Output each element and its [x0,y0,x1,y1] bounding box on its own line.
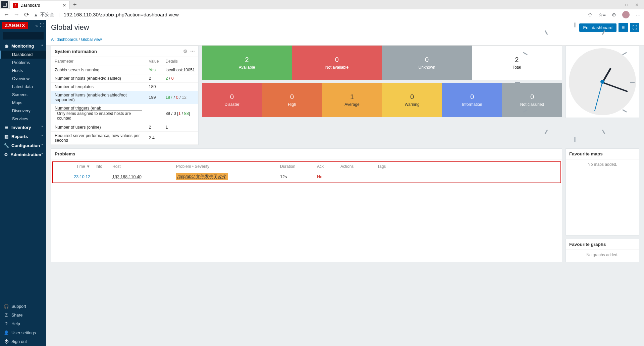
nav-reports[interactable]: ▥ Reports ˅ [0,132,46,141]
nav-configuration[interactable]: 🔧 Configuration ˅ [0,141,46,150]
chart-icon: ▥ [3,134,9,139]
tab-close-icon[interactable]: ✕ [63,3,66,8]
eye-icon: ◉ [3,44,9,49]
nav-screens[interactable]: Screens [0,91,46,99]
nav-discovery[interactable]: Discovery [0,107,46,115]
widget-config-icon[interactable]: ⚙ [183,49,187,54]
sysinfo-title: System information [55,49,97,54]
nav-user-settings[interactable]: 👤User settings [0,328,46,337]
edit-dashboard-button[interactable]: Edit dashboard [579,23,616,32]
problem-actions [338,171,375,183]
reading-list-icon[interactable]: ☆≡ [598,12,606,18]
svg-rect-0 [3,3,6,6]
browser-menu-icon[interactable]: ⋯ [636,12,641,18]
problems-col[interactable]: Duration [277,162,314,171]
zabbix-logo[interactable]: ZABBIX [2,22,28,29]
nav-inventory[interactable]: ≣ Inventory ˅ [0,123,46,132]
problems-panel: Problems Time ▼InfoHostProblem • Severit… [51,148,562,262]
browser-app-icon[interactable] [1,1,8,8]
problems-col[interactable]: Info [93,162,110,171]
expand-icon[interactable]: ⛶ [40,23,44,28]
nav-support[interactable]: 🎧Support [0,302,46,311]
new-tab-button[interactable]: + [73,1,77,8]
problem-ack[interactable]: No [314,171,338,183]
nav-problems[interactable]: Problems [0,59,46,67]
status-tile-not-classified[interactable]: 0Not classified [502,83,562,117]
tile-count: 0 [290,93,294,101]
status-tile-information[interactable]: 0Information [442,83,502,117]
window-close-icon[interactable]: ✕ [635,2,639,7]
address-bar[interactable]: 192.168.110.30/zabbix.php?action=dashboa… [64,12,179,17]
nav-latest-data[interactable]: Latest data [0,83,46,91]
nav-sign-out[interactable]: ⏻Sign out [0,337,46,346]
sysinfo-param: Number of templates [51,83,146,91]
tile-label: High [288,102,296,107]
nav-maps[interactable]: Maps [0,99,46,107]
collapse-sidebar-icon[interactable]: « [36,23,38,28]
sysinfo-param: Zabbix server is running [51,66,146,74]
user-icon: 👤 [3,330,9,335]
problems-col[interactable]: Problem • Severity [173,162,277,171]
problem-time[interactable]: 23:10:12 [53,171,93,183]
breadcrumb: All dashboards / Global view [46,35,644,46]
sidebar-search[interactable]: 🔍 [3,32,44,40]
tile-label: Warning [405,102,419,107]
problems-col[interactable]: Time ▼ [53,162,93,171]
problems-col[interactable]: Tags [375,162,560,171]
favorite-icon[interactable]: ✩ [588,12,592,18]
status-tile-unknown[interactable]: 0Unknown [382,46,472,80]
tile-label: Available [239,65,255,70]
problem-row[interactable]: 23:10:12192.168.110.40/tmp/abc/ 文件发生了改变1… [53,171,560,183]
status-tile-available[interactable]: 2Available [202,46,292,80]
sysinfo-details: 2 / 0 [162,74,198,83]
sysinfo-value: 2 [146,123,162,132]
browser-tab[interactable]: Z Dashboard ✕ [9,1,70,9]
window-minimize-icon[interactable]: ― [614,2,618,7]
status-tiles: 2Available0Not available0Unknown2Total 0… [202,46,562,145]
browser-back-icon[interactable]: ← [3,11,9,18]
nav-services[interactable]: Services [0,115,46,123]
window-maximize-icon[interactable]: □ [626,2,628,7]
chevron-up-icon: ˄ [41,44,43,48]
widget-menu-icon[interactable]: ⋯ [190,49,195,54]
breadcrumb-current[interactable]: Global view [81,37,102,42]
warning-triangle-icon: ▲ [34,12,38,17]
collections-icon[interactable]: ⊕ [612,12,616,18]
dashboard-menu-button[interactable]: ≡ [619,23,628,32]
sysinfo-value: 2.4 [146,132,162,145]
status-tile-disaster[interactable]: 0Disaster [202,83,262,117]
problems-col[interactable]: Host [110,162,173,171]
fullscreen-button[interactable]: ⛶ [630,23,639,32]
problem-host[interactable]: 192.168.110.40 [110,171,173,183]
status-tile-average[interactable]: 1Average [322,83,382,117]
tile-count: 0 [530,93,534,101]
sysinfo-details: 187 / 0 / 12 [162,91,198,104]
gear-icon: ⚙ [3,152,8,157]
nav-monitoring[interactable]: ◉ Monitoring ˄ [0,42,46,51]
nav-overview[interactable]: Overview [0,75,46,83]
nav-dashboard[interactable]: Dashboard [0,51,46,59]
tile-label: Average [344,102,359,107]
tooltip: Only items assigned to enabled hosts are… [55,111,142,121]
problem-severity[interactable]: /tmp/abc/ 文件发生了改变 [173,171,277,183]
zabbix-favicon: Z [13,3,18,8]
status-tile-high[interactable]: 0High [262,83,322,117]
status-tile-total[interactable]: 2Total [472,46,562,80]
status-tile-not-available[interactable]: 0Not available [292,46,382,80]
chevron-down-icon: ˅ [41,126,43,129]
profile-avatar[interactable] [622,11,630,18]
insecure-badge[interactable]: ▲ 不安全 [34,12,54,18]
nav-hosts[interactable]: Hosts [0,67,46,75]
sysinfo-param: Number of triggers (enabOnly items assig… [51,104,146,123]
nav-share[interactable]: ZShare [0,311,46,320]
problems-col[interactable]: Ack [314,162,338,171]
browser-reload-icon[interactable]: ⟳ [23,11,30,18]
sysinfo-value: 2 [146,74,162,83]
nav-administration[interactable]: ⚙ Administration ˅ [0,150,46,159]
status-tile-warning[interactable]: 0Warning [382,83,442,117]
sysinfo-value: Yes [146,66,162,74]
breadcrumb-all[interactable]: All dashboards [51,37,77,42]
sysinfo-details [162,132,198,145]
nav-help[interactable]: ?Help [0,320,46,328]
problems-col[interactable]: Actions [338,162,375,171]
